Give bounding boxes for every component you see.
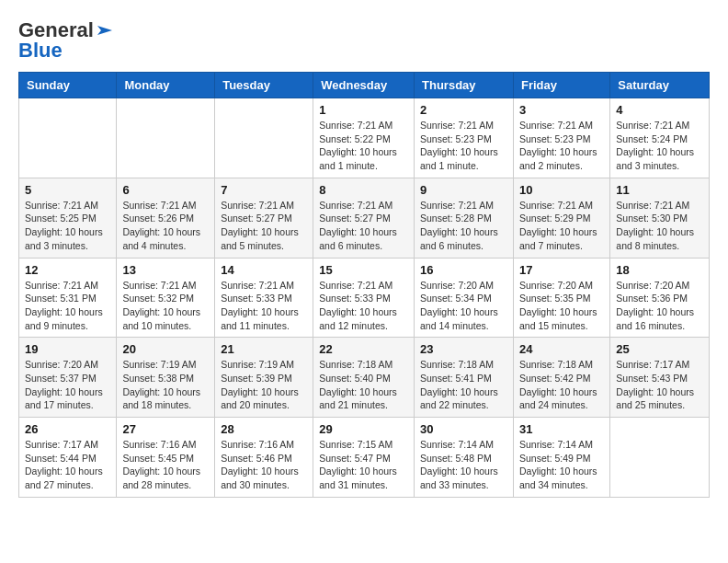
calendar-cell xyxy=(610,418,710,498)
calendar-cell: 13Sunrise: 7:21 AM Sunset: 5:32 PM Dayli… xyxy=(117,258,215,338)
day-info: Sunrise: 7:14 AM Sunset: 5:49 PM Dayligh… xyxy=(519,438,604,492)
calendar-cell: 29Sunrise: 7:15 AM Sunset: 5:47 PM Dayli… xyxy=(313,418,415,498)
calendar-cell: 15Sunrise: 7:21 AM Sunset: 5:33 PM Dayli… xyxy=(313,258,415,338)
calendar-cell: 7Sunrise: 7:21 AM Sunset: 5:27 PM Daylig… xyxy=(215,178,313,258)
day-info: Sunrise: 7:21 AM Sunset: 5:29 PM Dayligh… xyxy=(519,199,604,253)
day-number: 31 xyxy=(519,422,604,436)
calendar-cell xyxy=(19,98,117,178)
calendar-cell: 11Sunrise: 7:21 AM Sunset: 5:30 PM Dayli… xyxy=(610,178,710,258)
day-number: 9 xyxy=(420,183,507,197)
day-number: 27 xyxy=(122,422,209,436)
day-number: 10 xyxy=(519,183,604,197)
day-number: 14 xyxy=(221,263,307,277)
day-number: 23 xyxy=(420,342,507,356)
day-number: 30 xyxy=(420,422,507,436)
day-info: Sunrise: 7:20 AM Sunset: 5:36 PM Dayligh… xyxy=(616,279,703,333)
calendar-cell: 2Sunrise: 7:21 AM Sunset: 5:23 PM Daylig… xyxy=(415,98,514,178)
day-number: 12 xyxy=(25,263,110,277)
page-header: General Blue xyxy=(18,18,710,63)
col-header-saturday: Saturday xyxy=(610,73,710,98)
calendar-cell: 6Sunrise: 7:21 AM Sunset: 5:26 PM Daylig… xyxy=(117,178,215,258)
calendar-cell: 1Sunrise: 7:21 AM Sunset: 5:22 PM Daylig… xyxy=(313,98,415,178)
day-info: Sunrise: 7:20 AM Sunset: 5:35 PM Dayligh… xyxy=(519,279,604,333)
day-info: Sunrise: 7:18 AM Sunset: 5:40 PM Dayligh… xyxy=(319,358,408,412)
calendar-cell: 26Sunrise: 7:17 AM Sunset: 5:44 PM Dayli… xyxy=(19,418,117,498)
day-info: Sunrise: 7:18 AM Sunset: 5:42 PM Dayligh… xyxy=(519,358,604,412)
day-number: 26 xyxy=(25,422,110,436)
day-info: Sunrise: 7:21 AM Sunset: 5:32 PM Dayligh… xyxy=(122,279,209,333)
calendar-cell: 23Sunrise: 7:18 AM Sunset: 5:41 PM Dayli… xyxy=(415,338,514,418)
calendar-cell: 20Sunrise: 7:19 AM Sunset: 5:38 PM Dayli… xyxy=(117,338,215,418)
day-number: 29 xyxy=(319,422,408,436)
day-info: Sunrise: 7:15 AM Sunset: 5:47 PM Dayligh… xyxy=(319,438,408,492)
day-number: 19 xyxy=(25,342,110,356)
day-info: Sunrise: 7:18 AM Sunset: 5:41 PM Dayligh… xyxy=(420,358,507,412)
day-info: Sunrise: 7:20 AM Sunset: 5:37 PM Dayligh… xyxy=(25,358,110,412)
calendar-cell: 16Sunrise: 7:20 AM Sunset: 5:34 PM Dayli… xyxy=(415,258,514,338)
day-number: 1 xyxy=(319,103,408,117)
day-number: 25 xyxy=(616,342,703,356)
calendar-cell xyxy=(117,98,215,178)
day-number: 17 xyxy=(519,263,604,277)
calendar-table: SundayMondayTuesdayWednesdayThursdayFrid… xyxy=(18,72,710,498)
day-info: Sunrise: 7:19 AM Sunset: 5:38 PM Dayligh… xyxy=(122,358,209,412)
col-header-friday: Friday xyxy=(513,73,609,98)
calendar-cell: 27Sunrise: 7:16 AM Sunset: 5:45 PM Dayli… xyxy=(117,418,215,498)
calendar-cell: 21Sunrise: 7:19 AM Sunset: 5:39 PM Dayli… xyxy=(215,338,313,418)
calendar-cell: 10Sunrise: 7:21 AM Sunset: 5:29 PM Dayli… xyxy=(513,178,609,258)
day-number: 8 xyxy=(319,183,408,197)
calendar-cell: 22Sunrise: 7:18 AM Sunset: 5:40 PM Dayli… xyxy=(313,338,415,418)
calendar-body: 1Sunrise: 7:21 AM Sunset: 5:22 PM Daylig… xyxy=(19,98,710,498)
day-number: 20 xyxy=(122,342,209,356)
calendar-header-row: SundayMondayTuesdayWednesdayThursdayFrid… xyxy=(19,73,710,98)
day-number: 21 xyxy=(221,342,307,356)
svg-marker-0 xyxy=(97,26,112,35)
day-info: Sunrise: 7:14 AM Sunset: 5:48 PM Dayligh… xyxy=(420,438,507,492)
col-header-thursday: Thursday xyxy=(415,73,514,98)
day-number: 22 xyxy=(319,342,408,356)
calendar-week-4: 19Sunrise: 7:20 AM Sunset: 5:37 PM Dayli… xyxy=(19,338,710,418)
day-number: 3 xyxy=(519,103,604,117)
calendar-cell: 12Sunrise: 7:21 AM Sunset: 5:31 PM Dayli… xyxy=(19,258,117,338)
day-info: Sunrise: 7:19 AM Sunset: 5:39 PM Dayligh… xyxy=(221,358,307,412)
day-info: Sunrise: 7:21 AM Sunset: 5:27 PM Dayligh… xyxy=(221,199,307,253)
calendar-cell: 24Sunrise: 7:18 AM Sunset: 5:42 PM Dayli… xyxy=(513,338,609,418)
day-info: Sunrise: 7:21 AM Sunset: 5:33 PM Dayligh… xyxy=(319,279,408,333)
calendar-week-3: 12Sunrise: 7:21 AM Sunset: 5:31 PM Dayli… xyxy=(19,258,710,338)
calendar-cell: 18Sunrise: 7:20 AM Sunset: 5:36 PM Dayli… xyxy=(610,258,710,338)
calendar-cell: 19Sunrise: 7:20 AM Sunset: 5:37 PM Dayli… xyxy=(19,338,117,418)
calendar-cell xyxy=(215,98,313,178)
day-number: 4 xyxy=(616,103,703,117)
col-header-tuesday: Tuesday xyxy=(215,73,313,98)
day-number: 16 xyxy=(420,263,507,277)
day-number: 7 xyxy=(221,183,307,197)
calendar-week-5: 26Sunrise: 7:17 AM Sunset: 5:44 PM Dayli… xyxy=(19,418,710,498)
day-info: Sunrise: 7:21 AM Sunset: 5:23 PM Dayligh… xyxy=(519,119,604,173)
logo-blue: Blue xyxy=(18,39,63,63)
calendar-cell: 8Sunrise: 7:21 AM Sunset: 5:27 PM Daylig… xyxy=(313,178,415,258)
col-header-sunday: Sunday xyxy=(19,73,117,98)
day-number: 28 xyxy=(221,422,307,436)
day-number: 2 xyxy=(420,103,507,117)
day-info: Sunrise: 7:21 AM Sunset: 5:24 PM Dayligh… xyxy=(616,119,703,173)
col-header-monday: Monday xyxy=(117,73,215,98)
calendar-cell: 3Sunrise: 7:21 AM Sunset: 5:23 PM Daylig… xyxy=(513,98,609,178)
day-info: Sunrise: 7:21 AM Sunset: 5:26 PM Dayligh… xyxy=(122,199,209,253)
day-number: 6 xyxy=(122,183,209,197)
day-info: Sunrise: 7:21 AM Sunset: 5:31 PM Dayligh… xyxy=(25,279,110,333)
calendar-cell: 4Sunrise: 7:21 AM Sunset: 5:24 PM Daylig… xyxy=(610,98,710,178)
day-number: 11 xyxy=(616,183,703,197)
calendar-cell: 31Sunrise: 7:14 AM Sunset: 5:49 PM Dayli… xyxy=(513,418,609,498)
day-info: Sunrise: 7:17 AM Sunset: 5:44 PM Dayligh… xyxy=(25,438,110,492)
calendar-cell: 25Sunrise: 7:17 AM Sunset: 5:43 PM Dayli… xyxy=(610,338,710,418)
day-info: Sunrise: 7:16 AM Sunset: 5:46 PM Dayligh… xyxy=(221,438,307,492)
day-info: Sunrise: 7:21 AM Sunset: 5:33 PM Dayligh… xyxy=(221,279,307,333)
day-number: 24 xyxy=(519,342,604,356)
logo: General Blue xyxy=(18,18,112,63)
day-info: Sunrise: 7:21 AM Sunset: 5:30 PM Dayligh… xyxy=(616,199,703,253)
col-header-wednesday: Wednesday xyxy=(313,73,415,98)
day-info: Sunrise: 7:21 AM Sunset: 5:23 PM Dayligh… xyxy=(420,119,507,173)
day-info: Sunrise: 7:17 AM Sunset: 5:43 PM Dayligh… xyxy=(616,358,703,412)
calendar-cell: 30Sunrise: 7:14 AM Sunset: 5:48 PM Dayli… xyxy=(415,418,514,498)
logo-bird-icon xyxy=(96,22,112,39)
